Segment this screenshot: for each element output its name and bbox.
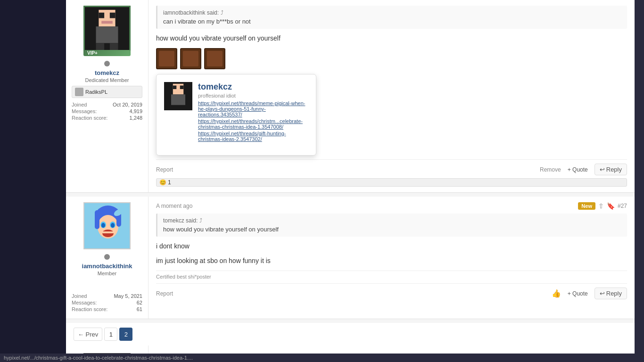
status-url: hypixel.net/.../christmas-gift-a-cool-id…	[4, 355, 193, 361]
page-2-button[interactable]: 2	[119, 328, 132, 341]
profile-popup-info: tomekcz proffesional idiot https://hypix…	[198, 82, 308, 143]
profile-link-3[interactable]: https://hypixel.net/threads/gift-hunting…	[198, 131, 308, 142]
quote-link-icon[interactable]: ⤴	[221, 9, 223, 16]
avatar-wrapper-iamnotback	[83, 202, 131, 249]
post-content-tomekcz: iamnotbackithink said: ⤴ can i vibrate o…	[149, 0, 635, 192]
reaction-label-2: Reaction score:	[72, 306, 107, 312]
profile-popup-header: tomekcz proffesional idiot https://hypix…	[164, 82, 308, 143]
post-user-sidebar-tomekcz: VIP+ tomekcz Dedicated Member RadiksPL J…	[66, 0, 149, 192]
quote-button-tomekcz[interactable]: + Quote	[565, 165, 591, 174]
username-tomekcz[interactable]: tomekcz	[95, 69, 119, 76]
joined-value-2: May 5, 2021	[114, 293, 142, 299]
quote-author-tomekcz: iamnotbackithink said: ⤴	[163, 9, 621, 16]
post-sidebar-partial	[66, 346, 149, 354]
report-link-tomekcz[interactable]: Report	[156, 166, 173, 173]
svg-rect-11	[180, 86, 184, 90]
profile-popup-name[interactable]: tomekcz	[198, 82, 308, 92]
post-footer-right-tomekcz: Remove + Quote ↩ Reply	[540, 164, 627, 175]
reply-icon-iamnotback: ↩	[600, 290, 605, 297]
reaction-row: Reaction score: 1,248	[72, 115, 142, 121]
post-header-iamnotback: A moment ago New ⇧ 🔖 #27	[156, 202, 627, 210]
post-user-sidebar-iamnotback: iamnotbackithink Member Joined May 5, 20…	[66, 197, 149, 319]
share-icon-iamnotback[interactable]: ⇧	[598, 202, 604, 210]
reaction-emoji-tomekcz: 😊	[159, 179, 166, 186]
quote-button-iamnotback[interactable]: + Quote	[565, 289, 591, 298]
profile-link-1[interactable]: https://hypixel.net/threads/meme-pigical…	[198, 100, 308, 117]
reaction-number-tomekcz: 1	[168, 179, 171, 186]
post-footer-left-tomekcz: Report	[156, 166, 173, 173]
avatar-iamnotback[interactable]	[83, 202, 131, 249]
left-sidebar	[0, 0, 66, 354]
reply-icon-tomekcz: ↩	[600, 166, 605, 173]
svg-rect-6	[101, 21, 113, 24]
joined-value: Oct 20, 2019	[113, 102, 142, 107]
reply-button-tomekcz[interactable]: ↩ Reply	[594, 164, 627, 175]
bookmark-icon-iamnotback[interactable]: 🔖	[607, 202, 615, 210]
messages-value: 4,919	[129, 108, 142, 114]
quote-text-iamnotback: how would you vibrate yourself on yourse…	[163, 226, 621, 233]
svg-rect-21	[95, 210, 99, 229]
post-content-partial	[149, 346, 635, 354]
user-stats-iamnotback: Joined May 5, 2021 Messages: 62 Reaction…	[72, 293, 142, 313]
messages-row: Messages: 4,919	[72, 108, 142, 114]
followed-by-box: RadiksPL	[72, 86, 142, 98]
messages-row-2: Messages: 62	[72, 300, 142, 305]
followed-by-avatar	[75, 88, 83, 96]
svg-rect-10	[173, 86, 177, 90]
followed-by-name[interactable]: RadiksPL	[85, 89, 107, 95]
thumbs-up-icon-iamnotback[interactable]: 👍	[552, 289, 561, 298]
post-main-text2-iamnotback: im just looking at sbo on how funny it i…	[156, 256, 627, 266]
prev-page-button[interactable]: ← Prev	[74, 328, 102, 341]
reaction-row-tomekcz: 😊 1	[156, 178, 627, 187]
page-1-button[interactable]: 1	[104, 328, 117, 341]
quote-text-tomekcz: can i vibrate on my b***bs or not	[163, 18, 621, 25]
quote-block-iamnotback: tomekcz said: ⤴ how would you vibrate yo…	[156, 214, 627, 237]
svg-rect-1	[96, 26, 118, 43]
post-number-iamnotback: #27	[618, 203, 627, 209]
mc-block-3	[204, 48, 225, 69]
status-bar: hypixel.net/.../christmas-gift-a-cool-id…	[0, 354, 644, 362]
post-footer-iamnotback: Report 👍 + Quote ↩ Reply	[156, 283, 627, 299]
post-partial	[66, 346, 635, 354]
reply-button-iamnotback[interactable]: ↩ Reply	[594, 288, 627, 299]
quote-link-icon-2[interactable]: ⤴	[199, 217, 202, 224]
report-link-iamnotback[interactable]: Report	[156, 290, 173, 297]
mc-block-2	[180, 48, 201, 69]
svg-point-18	[111, 223, 115, 228]
user-title-iamnotback: Member	[98, 271, 116, 276]
reaction-count-tomekcz[interactable]: 😊 1	[156, 178, 627, 187]
quote-author-iamnotback: tomekcz said: ⤴	[163, 217, 621, 224]
reaction-label: Reaction score:	[72, 115, 107, 121]
signature-iamnotback: Certified best shi*poster	[156, 271, 627, 280]
svg-rect-9	[171, 94, 185, 105]
user-title-tomekcz: Dedicated Member	[85, 77, 129, 83]
reply-label-iamnotback: Reply	[606, 290, 622, 297]
post-footer-right-iamnotback: 👍 + Quote ↩ Reply	[552, 288, 627, 299]
avatar-tomekcz[interactable]	[83, 6, 131, 53]
vip-badge-tomekcz: VIP+	[83, 50, 131, 56]
post-tomekcz: VIP+ tomekcz Dedicated Member RadiksPL J…	[66, 0, 635, 193]
user-stats-tomekcz: Joined Oct 20, 2019 Messages: 4,919 Reac…	[72, 102, 142, 122]
post-content-iamnotback: A moment ago New ⇧ 🔖 #27 tomekcz said: ⤴…	[149, 197, 635, 319]
online-indicator-tomekcz	[104, 61, 110, 66]
messages-label-2: Messages:	[72, 300, 97, 305]
post-iamnotback: iamnotbackithink Member Joined May 5, 20…	[66, 197, 635, 319]
messages-label: Messages:	[72, 108, 97, 114]
reaction-value: 1,248	[129, 115, 142, 121]
svg-rect-20	[102, 231, 114, 233]
online-indicator-iamnotback	[104, 254, 110, 260]
mc-block-1	[156, 48, 177, 69]
remove-link-tomekcz[interactable]: Remove	[540, 166, 561, 173]
post-main-text-tomekcz: how would you vibrate yourself on yourse…	[156, 33, 627, 43]
profile-link-2[interactable]: https://hypixel.net/threads/christm...ce…	[198, 118, 308, 130]
username-iamnotback[interactable]: iamnotbackithink	[82, 263, 132, 270]
messages-value-2: 62	[137, 300, 142, 305]
joined-row-2: Joined May 5, 2021	[72, 293, 142, 299]
pagination: ← Prev 1 2	[66, 323, 635, 346]
post-main-text1-iamnotback: i dont know	[156, 241, 627, 251]
post-footer-left-iamnotback: Report	[156, 290, 173, 297]
profile-popup-avatar[interactable]	[164, 82, 192, 110]
reaction-row-2: Reaction score: 61	[72, 306, 142, 312]
joined-row: Joined Oct 20, 2019	[72, 102, 142, 107]
avatar-wrapper-tomekcz: VIP+	[83, 6, 131, 56]
